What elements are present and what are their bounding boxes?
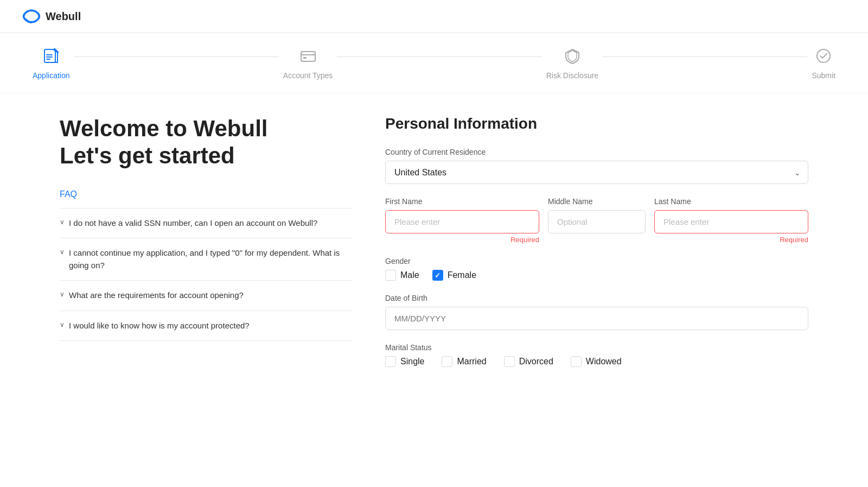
- main-content: Welcome to Webull Let's get started FAQ …: [27, 93, 841, 402]
- faq-chevron-3: ∨: [60, 321, 65, 328]
- marital-married-option[interactable]: Married: [442, 356, 486, 367]
- dob-input[interactable]: [385, 307, 808, 330]
- marital-widowed-checkbox[interactable]: [571, 356, 582, 367]
- marital-single-label: Single: [400, 357, 424, 366]
- step-application-icon: [41, 46, 61, 66]
- faq-item-1[interactable]: ∨ I cannot continue my application, and …: [60, 238, 353, 280]
- dob-field-group: Date of Birth: [385, 294, 808, 330]
- step-submit-icon: [814, 46, 833, 66]
- step-application-label: Application: [33, 71, 70, 80]
- welcome-line1: Welcome to Webull: [60, 116, 268, 141]
- faq-item-3[interactable]: ∨ I would like to know how is my account…: [60, 311, 353, 341]
- marital-single-option[interactable]: Single: [385, 356, 424, 367]
- faq-list: ∨ I do not have a valid SSN number, can …: [60, 208, 353, 341]
- country-label: Country of Current Residence: [385, 148, 808, 156]
- right-panel: Personal Information Country of Current …: [385, 115, 808, 380]
- country-field-group: Country of Current Residence United Stat…: [385, 148, 808, 184]
- faq-chevron-1: ∨: [60, 248, 65, 256]
- gender-row: Male Female: [385, 270, 808, 281]
- middle-name-label: Middle Name: [548, 197, 646, 206]
- gender-label: Gender: [385, 257, 808, 265]
- first-name-input[interactable]: [385, 210, 539, 233]
- step-submit[interactable]: Submit: [812, 46, 835, 80]
- first-name-required: Required: [385, 236, 539, 244]
- gender-male-checkbox[interactable]: [385, 270, 396, 281]
- last-name-field: Last Name Required: [654, 197, 808, 244]
- section-title: Personal Information: [385, 115, 808, 132]
- gender-male-option[interactable]: Male: [385, 270, 419, 281]
- logo[interactable]: Webull: [22, 7, 81, 26]
- faq-text-2: What are the requirements for account op…: [69, 289, 244, 302]
- step-account-types-icon: [298, 46, 318, 66]
- steps-container: Application Account Types: [0, 33, 868, 93]
- marital-divorced-option[interactable]: Divorced: [504, 356, 553, 367]
- step-account-types-label: Account Types: [283, 71, 333, 80]
- marital-single-checkbox[interactable]: [385, 356, 396, 367]
- marital-married-checkbox[interactable]: [442, 356, 452, 367]
- faq-title: FAQ: [60, 189, 353, 199]
- marital-widowed-label: Widowed: [586, 357, 622, 366]
- svg-rect-0: [44, 49, 55, 62]
- name-field-group: First Name Required Middle Name Last Nam…: [385, 197, 808, 244]
- step-risk-disclosure[interactable]: Risk Disclosure: [546, 46, 598, 80]
- first-name-field: First Name Required: [385, 197, 539, 244]
- faq-item-2[interactable]: ∨ What are the requirements for account …: [60, 280, 353, 311]
- gender-female-label: Female: [448, 270, 476, 280]
- step-line-2: [337, 56, 541, 57]
- step-submit-label: Submit: [812, 71, 835, 80]
- step-line-3: [603, 56, 807, 57]
- marital-married-label: Married: [457, 357, 486, 366]
- gender-male-label: Male: [400, 270, 419, 280]
- welcome-title: Welcome to Webull Let's get started: [60, 115, 353, 170]
- logo-text: Webull: [46, 10, 81, 23]
- gender-field-group: Gender Male Female: [385, 257, 808, 281]
- gender-female-option[interactable]: Female: [432, 270, 476, 281]
- header: Webull: [0, 0, 868, 33]
- marital-divorced-checkbox[interactable]: [504, 356, 515, 367]
- faq-text-1: I cannot continue my application, and I …: [69, 247, 353, 271]
- step-risk-icon: [563, 46, 582, 66]
- marital-row: Single Married Divorced Widowed: [385, 356, 808, 367]
- middle-name-field: Middle Name: [548, 197, 646, 244]
- step-application[interactable]: Application: [33, 46, 70, 80]
- faq-text-0: I do not have a valid SSN number, can I …: [69, 217, 317, 230]
- last-name-required: Required: [654, 236, 808, 244]
- svg-point-4: [817, 49, 830, 62]
- middle-name-input[interactable]: [548, 210, 646, 233]
- step-account-types[interactable]: Account Types: [283, 46, 333, 80]
- step-risk-label: Risk Disclosure: [546, 71, 598, 80]
- name-row: First Name Required Middle Name Last Nam…: [385, 197, 808, 244]
- left-panel: Welcome to Webull Let's get started FAQ …: [60, 115, 353, 380]
- welcome-line2: Let's get started: [60, 143, 235, 168]
- country-select[interactable]: United States Canada United Kingdom: [385, 161, 808, 184]
- faq-text-3: I would like to know how is my account p…: [69, 320, 250, 332]
- svg-rect-2: [301, 52, 315, 61]
- first-name-label: First Name: [385, 197, 539, 206]
- steps-bar: Application Account Types: [33, 46, 835, 80]
- marital-label: Marital Status: [385, 343, 808, 352]
- marital-widowed-option[interactable]: Widowed: [571, 356, 622, 367]
- marital-field-group: Marital Status Single Married Divorced W…: [385, 343, 808, 367]
- gender-female-checkbox[interactable]: [432, 270, 443, 281]
- country-select-wrapper: United States Canada United Kingdom ⌄: [385, 161, 808, 184]
- step-line-1: [74, 56, 279, 57]
- faq-chevron-2: ∨: [60, 290, 65, 298]
- faq-item-0[interactable]: ∨ I do not have a valid SSN number, can …: [60, 208, 353, 238]
- last-name-label: Last Name: [654, 197, 808, 206]
- marital-divorced-label: Divorced: [519, 357, 553, 366]
- logo-icon: [22, 7, 41, 26]
- last-name-input[interactable]: [654, 210, 808, 233]
- faq-chevron-0: ∨: [60, 218, 65, 226]
- dob-label: Date of Birth: [385, 294, 808, 302]
- svg-rect-3: [303, 57, 307, 59]
